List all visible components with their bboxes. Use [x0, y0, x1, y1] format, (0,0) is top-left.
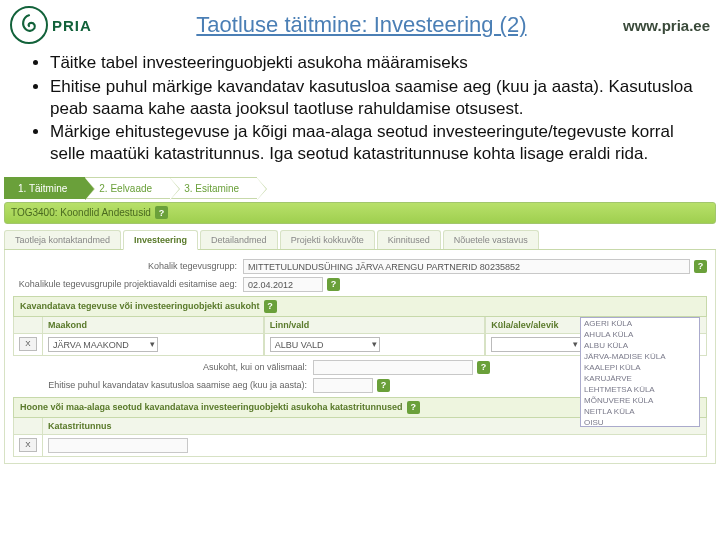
logo: PRIA [10, 6, 92, 44]
help-icon[interactable]: ? [377, 379, 390, 392]
logo-text: PRIA [52, 17, 92, 34]
list-item[interactable]: AGERI KÜLA [581, 318, 699, 329]
help-icon[interactable]: ? [477, 361, 490, 374]
group-label: Kohalik tegevusgrupp: [13, 261, 243, 271]
logo-swirl-icon [10, 6, 48, 44]
wizard-steps: 1. Täitmine 2. Eelvaade 3. Esitamine [4, 177, 716, 199]
instruction-list: Täitke tabel investeeringuobjekti asukoh… [0, 48, 720, 177]
tab-confirmations[interactable]: Kinnitused [377, 230, 441, 249]
usage-field[interactable] [313, 378, 373, 393]
tab-summary[interactable]: Projekti kokkuvõte [280, 230, 375, 249]
list-item[interactable]: NEITLA KÜLA [581, 406, 699, 417]
usage-label: Ehitise puhul kavandatav kasutusloa saam… [13, 380, 313, 390]
step-1[interactable]: 1. Täitmine [4, 177, 85, 199]
step-3[interactable]: 3. Esitamine [170, 177, 257, 199]
linn-dropdown[interactable]: ALBU VALD [270, 337, 380, 352]
kyla-dropdown[interactable] [491, 337, 581, 352]
context-bar: TOG3400: Koondlid Andestusid ? [4, 202, 716, 224]
group-field[interactable]: MITTETULUNDUSÜHING JÄRVA ARENGU PARTNERI… [243, 259, 690, 274]
help-icon[interactable]: ? [155, 206, 168, 219]
tab-strip: Taotleja kontaktandmed Investeering Deta… [4, 230, 716, 250]
cadastre-field[interactable] [48, 438, 188, 453]
col-maakond: Maakond [43, 317, 263, 334]
context-bar-text: TOG3400: Koondlid Andestusid [11, 207, 151, 218]
list-item[interactable]: MÕNUVERE KÜLA [581, 395, 699, 406]
location-section-header: Kavandatava tegevuse või investeeringuob… [13, 296, 707, 317]
tab-details[interactable]: Detailandmed [200, 230, 278, 249]
maakond-dropdown[interactable]: JÄRVA MAAKOND [48, 337, 158, 352]
site-url: www.pria.ee [623, 17, 710, 34]
help-icon[interactable]: ? [327, 278, 340, 291]
step-2[interactable]: 2. Eelvaade [85, 177, 170, 199]
list-item[interactable]: LEHTMETSA KÜLA [581, 384, 699, 395]
date-field[interactable]: 02.04.2012 [243, 277, 323, 292]
list-item[interactable]: JÄRVA-MADISE KÜLA [581, 351, 699, 362]
date-label: Kohalikule tegevusgrupile projektiavaldi… [13, 279, 243, 289]
help-icon[interactable]: ? [407, 401, 420, 414]
tab-compliance[interactable]: Nõuetele vastavus [443, 230, 539, 249]
list-item[interactable]: OISU [581, 417, 699, 427]
kyla-listbox[interactable]: AGERI KÜLA AHULA KÜLA ALBU KÜLA JÄRVA-MA… [580, 317, 700, 427]
tab-investment[interactable]: Investeering [123, 230, 198, 250]
list-item[interactable]: AHULA KÜLA [581, 329, 699, 340]
foreign-field[interactable] [313, 360, 473, 375]
list-item[interactable]: KARUJÄRVE [581, 373, 699, 384]
help-icon[interactable]: ? [694, 260, 707, 273]
bullet-item: Ehitise puhul märkige kavandatav kasutus… [50, 76, 694, 120]
foreign-label: Asukoht, kui on välismaal: [13, 362, 313, 372]
bullet-item: Täitke tabel investeeringuobjekti asukoh… [50, 52, 694, 74]
col-linn: Linn/vald [265, 317, 485, 334]
list-item[interactable]: ALBU KÜLA [581, 340, 699, 351]
page-title: Taotluse täitmine: Investeering (2) [112, 12, 611, 38]
help-icon[interactable]: ? [264, 300, 277, 313]
remove-row-button[interactable]: X [19, 337, 37, 351]
list-item[interactable]: KAALEPI KÜLA [581, 362, 699, 373]
bullet-item: Märkige ehitustegevuse ja kõigi maa-alag… [50, 121, 694, 165]
remove-row-button[interactable]: X [19, 438, 37, 452]
tab-contact[interactable]: Taotleja kontaktandmed [4, 230, 121, 249]
